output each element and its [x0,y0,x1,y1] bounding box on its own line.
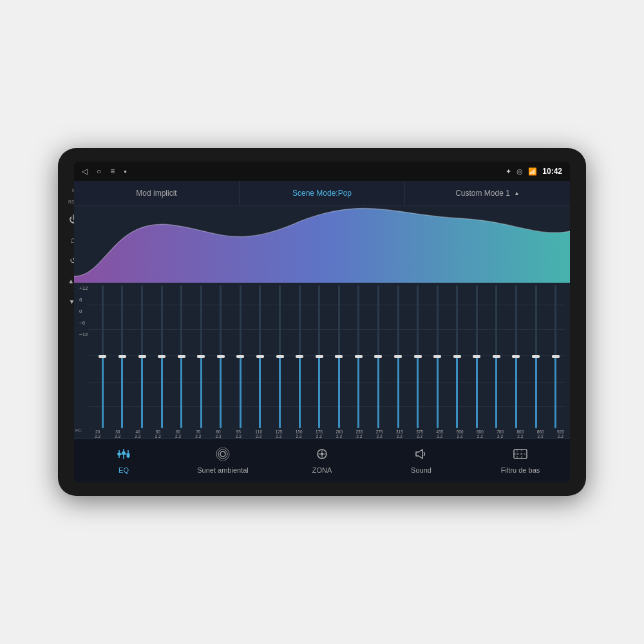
slider-track-20[interactable] [102,285,104,428]
fc-value-95: 95 [236,430,241,434]
slider-track-315[interactable] [397,285,399,428]
fc-value-110: 110 [255,430,262,434]
slider-track-60[interactable] [180,285,182,428]
slider-thumb-175[interactable] [316,355,323,358]
slider-thumb-435[interactable] [433,355,441,358]
slider-col-50 [153,285,171,428]
slider-thumb-70[interactable] [197,355,205,358]
slider-thumb-50[interactable] [158,355,166,358]
slider-thumb-95[interactable] [236,355,244,358]
fc-value-920: 920 [557,430,564,434]
home-nav-icon[interactable]: ○ [97,167,101,176]
slider-track-110[interactable] [259,285,261,428]
status-bar: ◁ ○ ≡ ▪ ✦ ◎ 📶 10:42 [74,162,570,181]
fc-value-40: 40 [136,430,140,434]
slider-thumb-40[interactable] [138,355,146,358]
recent-nav-icon[interactable]: ▪ [124,167,126,176]
slider-col-30 [113,285,132,428]
slider-col-70 [192,285,211,428]
slider-thumb-315[interactable] [394,355,402,358]
slider-thumb-30[interactable] [118,355,126,358]
q-value-60: 2.2 [175,434,181,439]
slider-thumb-200[interactable] [335,355,343,358]
tab-bass[interactable]: Filtru de bas [471,439,570,482]
fc-value-20: 20 [95,430,100,434]
slider-col-375 [408,285,427,428]
slider-thumb-500[interactable] [453,355,461,358]
slider-track-800[interactable] [515,285,517,428]
slider-col-95 [231,285,250,428]
q-value-235: 2.2 [356,434,362,439]
freq-col-150: 1502.2 [290,430,308,439]
slider-thumb-110[interactable] [256,355,264,358]
q-value-80: 2.2 [216,434,222,439]
slider-thumb-275[interactable] [374,355,382,358]
slider-thumb-800[interactable] [512,355,520,358]
slider-thumb-920[interactable] [552,355,560,358]
slider-thumb-60[interactable] [178,355,185,358]
q-value-375: 2.2 [417,434,422,439]
slider-track-40[interactable] [141,285,143,428]
mode-bar: Mod implicit Scene Mode:Pop Custom Mode … [74,181,570,205]
fc-value-150: 150 [296,430,303,434]
tab-ambient[interactable]: Sunet ambiental [173,439,272,482]
slider-track-70[interactable] [200,285,202,428]
slider-track-50[interactable] [161,285,163,428]
svg-point-7 [220,451,225,457]
slider-track-175[interactable] [318,285,320,428]
mode-custom[interactable]: Custom Mode 1 ▲ [405,181,570,205]
slider-track-150[interactable] [299,285,301,428]
status-right: ✦ ◎ 📶 10:42 [506,167,562,176]
back-nav-icon[interactable]: ◁ [82,167,88,176]
slider-track-235[interactable] [357,285,359,428]
freq-col-175: 1752.2 [310,430,328,439]
slider-track-920[interactable] [554,285,556,428]
slider-track-125[interactable] [279,285,281,428]
slider-thumb-80[interactable] [217,355,225,358]
freq-col-95: 952.2 [229,430,248,439]
slider-track-860[interactable] [535,285,537,428]
slider-col-800 [507,285,526,428]
slider-thumb-125[interactable] [276,355,284,358]
freq-col-435: 4352.2 [430,430,449,439]
slider-track-30[interactable] [121,285,123,428]
slider-thumb-375[interactable] [414,355,422,358]
screen: ◁ ○ ≡ ▪ ✦ ◎ 📶 10:42 Mod implicit Scene M… [74,162,570,482]
slider-thumb-235[interactable] [355,355,363,358]
fc-value-125: 125 [275,430,282,434]
freq-col-20: 202.2 [88,430,107,439]
q-value-175: 2.2 [316,434,322,439]
slider-col-60 [172,285,191,428]
freq-col-315: 3152.2 [390,430,409,439]
slider-track-700[interactable] [495,285,497,428]
slider-track-435[interactable] [437,285,439,428]
device-shell: MIC RST ⏻ ⌂ ↺ ▲+ ▼- ◁ ○ ≡ ▪ ✦ ◎ 📶 10:42 [58,148,586,496]
tab-eq[interactable]: EQ [74,439,173,482]
slider-track-200[interactable] [338,285,340,428]
freq-col-235: 2352.2 [350,430,368,439]
slider-thumb-150[interactable] [296,355,303,358]
menu-nav-icon[interactable]: ≡ [110,167,115,176]
slider-col-700 [488,285,506,428]
slider-thumb-700[interactable] [493,355,500,358]
mode-scene[interactable]: Scene Mode:Pop [240,181,405,205]
slider-track-275[interactable] [377,285,379,428]
tab-zona[interactable]: ZONA [272,439,372,482]
q-value-920: 2.2 [558,434,564,439]
fc-value-600: 600 [477,430,484,434]
slider-track-600[interactable] [476,285,478,428]
slider-thumb-860[interactable] [532,355,540,358]
slider-thumb-600[interactable] [473,355,480,358]
freq-col-375: 3752.2 [410,430,429,439]
slider-track-500[interactable] [456,285,458,428]
slider-thumb-20[interactable] [99,355,106,358]
slider-track-95[interactable] [240,285,242,428]
location-icon: ◎ [516,167,523,176]
slider-track-80[interactable] [220,285,222,428]
freq-col-125: 1252.2 [269,430,288,439]
mode-implicit[interactable]: Mod implicit [74,181,240,205]
slider-track-375[interactable] [417,285,419,428]
q-value-95: 2.2 [236,434,242,439]
db-label-zero: 0 [79,308,82,314]
tab-sound[interactable]: Sound [372,439,471,482]
